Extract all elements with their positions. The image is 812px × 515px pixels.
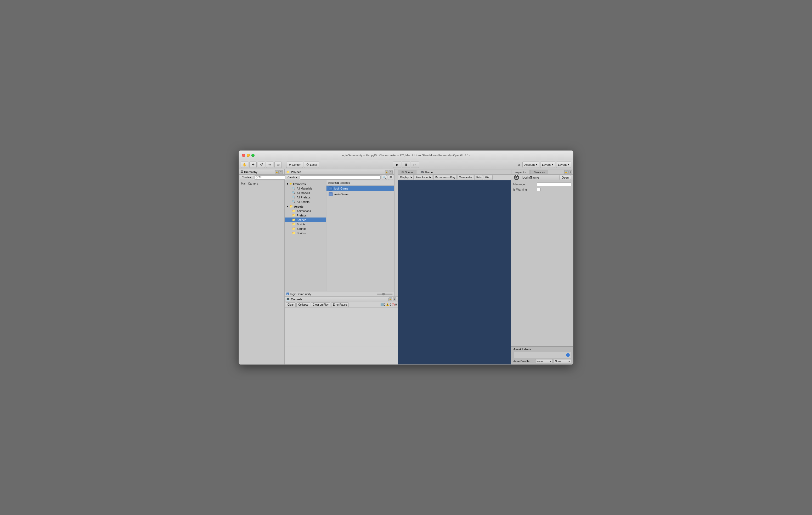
account-dropdown[interactable]: Account ▾ [522, 161, 539, 168]
play-button[interactable]: ▶ [393, 161, 401, 168]
maximize-btn[interactable]: Maximize on Play [433, 175, 457, 180]
project-search-btn[interactable]: 🔍 [382, 175, 387, 180]
center-label: Center [292, 163, 300, 166]
tree-scenes[interactable]: 📁 Scenes [285, 217, 326, 222]
account-chevron-icon: ▾ [536, 163, 537, 166]
project-icon: 📁 [286, 170, 290, 174]
footer-file-label: loginGame.unity [290, 293, 311, 296]
open-asset-button[interactable]: Open [559, 175, 571, 180]
asset-labels-add-btn[interactable] [566, 353, 570, 357]
zoom-control [377, 294, 393, 295]
step-button[interactable]: ⏭ [411, 161, 419, 168]
console-lock-btn[interactable]: 🔒 [388, 298, 392, 301]
tree-prefabs[interactable]: 📁 Prefabs [285, 213, 326, 217]
main-game-label: mainGame [334, 193, 348, 196]
console-title: Console [291, 298, 302, 301]
tree-sprites[interactable]: 📁 Sprites [285, 231, 326, 235]
layout-dropdown[interactable]: Layout ▾ [556, 161, 571, 168]
layers-label: Layers [542, 163, 551, 166]
stats-btn[interactable]: Stats [474, 175, 483, 180]
clear-on-play-button[interactable]: Clear on Play [311, 302, 330, 307]
hierarchy-lock-btn[interactable]: 🔒 [275, 170, 279, 174]
title-bar: loginGame.unity – FlappyBirdClone-master… [239, 151, 573, 160]
hierarchy-item-main-camera[interactable]: Main Camera [239, 181, 284, 186]
console-panel: 💻 Console 🔒 ≡ Clear Collapse Clear on Pl… [285, 297, 398, 364]
file-login-game[interactable]: U loginGame [326, 186, 394, 191]
local-label: Local [310, 163, 317, 166]
scene-game-tabs: ⚙ Scene 🎮 Game [398, 170, 511, 175]
asset-bundle-dropdown-2[interactable]: None ▾ [554, 359, 571, 363]
aspect-dropdown[interactable]: Free Aspect ▾ [415, 175, 432, 180]
tree-animations[interactable]: 📁 Animations [285, 209, 326, 213]
center-button[interactable]: ⊕ Center [286, 161, 303, 168]
services-tab[interactable]: Services [530, 170, 548, 174]
project-toolbar: Create ▾ 🔍 ☰ [285, 175, 394, 180]
console-menu-btn[interactable]: ≡ [393, 298, 396, 301]
gizmos-btn[interactable]: Giz... [484, 175, 493, 180]
layers-dropdown[interactable]: Layers ▾ [540, 161, 555, 168]
close-button[interactable] [242, 154, 245, 157]
footer-file-icon: U [286, 292, 289, 296]
asset-labels-section: Asset Labels AssetBundle None ▾ None ▾ [511, 346, 573, 364]
prefabs-label: Prefabs [297, 214, 307, 217]
favorites-header: ▾ ★ Favorites [285, 181, 326, 186]
tree-all-models[interactable]: 🔍 All Models [285, 190, 326, 195]
zoom-thumb[interactable] [382, 293, 385, 295]
game-viewport[interactable] [398, 180, 511, 364]
tree-all-scripts[interactable]: 🔍 All Scripts [285, 200, 326, 204]
console-header-actions: 🔒 ≡ [388, 298, 396, 301]
clear-button[interactable]: Clear [286, 302, 296, 307]
display-dropdown[interactable]: Display 1 ▾ [399, 175, 413, 180]
hierarchy-menu-btn[interactable]: ≡ [279, 170, 283, 174]
project-create-btn[interactable]: Create ▾ [286, 175, 299, 180]
tree-scripts[interactable]: 📁 Scripts [285, 222, 326, 226]
all-prefabs-label: All Prefabs [297, 196, 311, 199]
inspector-lock-btn[interactable]: 🔒 [564, 170, 568, 174]
minimize-button[interactable] [247, 154, 250, 157]
rotate-tool-button[interactable]: ↺ [258, 161, 265, 168]
asset-bundle-dropdown-1[interactable]: None ▾ [535, 359, 553, 363]
error-pause-button[interactable]: Error Pause [331, 302, 349, 307]
rect-tool-button[interactable]: ▭ [274, 161, 282, 168]
local-button[interactable]: ⬡ Local [304, 161, 319, 168]
inspector-tab[interactable]: Inspector [511, 170, 530, 174]
play-controls: ▶ ⏸ ⏭ [393, 161, 419, 168]
main-camera-label: Main Camera [241, 182, 258, 185]
project-lock-btn[interactable]: 🔒 [385, 170, 388, 174]
hierarchy-create-btn[interactable]: Create ▾ [240, 175, 253, 180]
game-tab[interactable]: 🎮 Game [417, 170, 436, 174]
maximize-button[interactable] [252, 154, 255, 157]
warning-count: 0 [389, 303, 391, 306]
is-warning-checkbox[interactable] [537, 188, 541, 191]
zoom-slider[interactable] [377, 294, 393, 295]
error-count-badge: 🚫 0 [392, 303, 397, 306]
inspector-menu-btn[interactable]: ≡ [569, 170, 572, 174]
console-header: 💻 Console 🔒 ≡ [285, 297, 398, 302]
message-value[interactable] [537, 182, 571, 186]
file-main-game[interactable]: U mainGame [326, 191, 394, 197]
sprites-label: Sprites [297, 232, 306, 235]
project-filter-btn[interactable]: ☰ [388, 175, 393, 180]
pause-button[interactable]: ⏸ [402, 161, 410, 168]
hierarchy-title: Hierarchy [244, 171, 257, 174]
mute-btn[interactable]: Mute audio [458, 175, 473, 180]
cloud-icon[interactable]: ☁ [516, 162, 521, 167]
project-menu-btn[interactable]: ≡ [389, 170, 393, 174]
game-toolbar: Display 1 ▾ Free Aspect ▾ Maximize on Pl… [398, 175, 511, 180]
asset-bundle-label: AssetBundle [513, 360, 534, 363]
project-search-input[interactable] [300, 175, 381, 180]
inspector-tabs: Inspector Services 🔒 ≡ [511, 170, 573, 175]
scene-tab[interactable]: ⚙ Scene [398, 170, 416, 174]
main-area: ☰ Hierarchy 🔒 ≡ Create ▾ Main Camera [239, 170, 573, 364]
main-game-icon: U [328, 192, 333, 196]
asset-labels-tag-area [513, 352, 571, 358]
tree-all-prefabs[interactable]: 🔍 All Prefabs [285, 195, 326, 200]
scripts-folder-icon: 📁 [292, 222, 296, 226]
hand-tool-button[interactable]: ✋ [241, 161, 248, 168]
tree-sounds[interactable]: 📁 Sounds [285, 226, 326, 231]
hierarchy-toolbar: Create ▾ [239, 175, 284, 180]
tree-all-materials[interactable]: 🔍 All Materials [285, 186, 326, 190]
scale-tool-button[interactable]: ⇔ [266, 161, 273, 168]
move-tool-button[interactable]: ✛ [249, 161, 257, 168]
collapse-button[interactable]: Collapse [296, 302, 310, 307]
